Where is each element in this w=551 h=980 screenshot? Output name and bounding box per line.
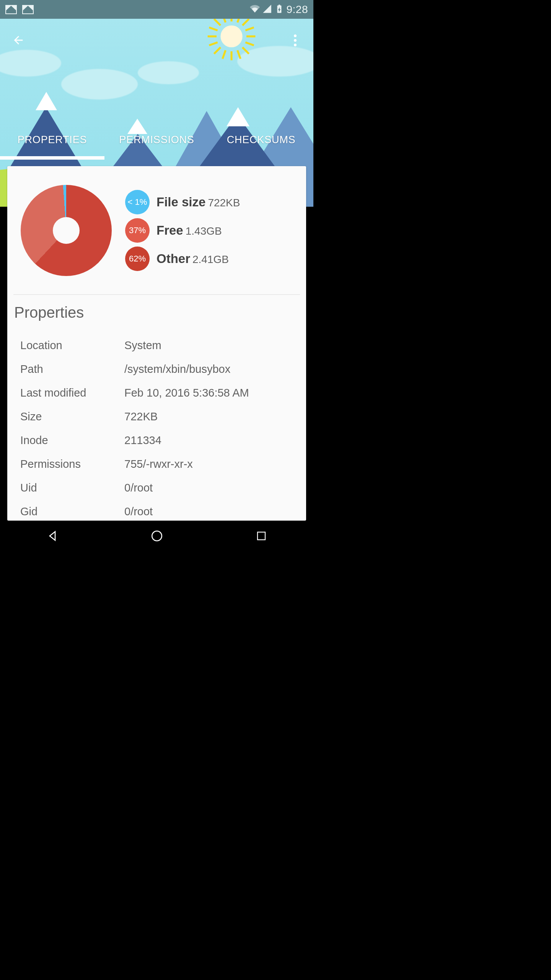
tab-bar: PROPERTIES PERMISSIONS CHECKSUMS: [0, 121, 313, 159]
status-clock: 9:28: [287, 3, 308, 16]
filesize-pct-badge: < 1%: [125, 190, 150, 214]
gmail-notification-icon: [5, 5, 17, 14]
filesize-value: 722KB: [208, 197, 240, 209]
divider: [13, 294, 300, 295]
nav-recents-button[interactable]: [250, 526, 273, 546]
prop-key: Gid: [20, 505, 124, 518]
status-bar: 9:28: [0, 0, 313, 19]
prop-key: Last modified: [20, 387, 124, 399]
prop-row-uid: Uid 0/root: [20, 476, 300, 500]
back-button[interactable]: [9, 31, 28, 49]
legend-free: 37% Free1.43GB: [125, 218, 240, 243]
prop-key: Size: [20, 410, 124, 423]
other-label: Other: [156, 252, 190, 266]
prop-row-last-modified: Last modified Feb 10, 2016 5:36:58 AM: [20, 381, 300, 405]
tab-properties[interactable]: PROPERTIES: [0, 121, 104, 159]
prop-val: Feb 10, 2016 5:36:58 AM: [124, 387, 249, 399]
prop-key: Uid: [20, 482, 124, 494]
svg-rect-18: [258, 532, 265, 540]
system-nav-bar: [0, 521, 313, 551]
wifi-icon: [250, 4, 260, 15]
prop-val: 0/root: [124, 482, 153, 494]
prop-key: Location: [20, 339, 124, 352]
more-vert-icon: [294, 34, 297, 46]
gmail-notification-icon: [22, 5, 34, 14]
prop-row-inode: Inode 211334: [20, 428, 300, 452]
app-bar: [0, 19, 313, 62]
prop-key: Path: [20, 363, 124, 376]
prop-row-size: Size 722KB: [20, 405, 300, 428]
filesize-label: File size: [156, 195, 205, 209]
free-label: Free: [156, 223, 183, 237]
prop-key: Permissions: [20, 458, 124, 470]
cellular-icon: [262, 4, 272, 15]
prop-key: Inode: [20, 434, 124, 447]
prop-val: 755/-rwxr-xr-x: [124, 458, 193, 470]
storage-summary: < 1% File size722KB 37% Free1.43GB 62% O…: [13, 178, 300, 283]
legend-other: 62% Other2.41GB: [125, 247, 240, 271]
arrow-back-icon: [12, 34, 25, 47]
nav-home-button[interactable]: [145, 526, 168, 546]
prop-val: 0/root: [124, 505, 153, 518]
prop-val: 722KB: [124, 410, 158, 423]
prop-val: 211334: [124, 434, 161, 447]
square-recents-icon: [256, 530, 267, 542]
circle-home-icon: [150, 529, 163, 542]
triangle-back-icon: [46, 529, 59, 542]
properties-table: Location System Path /system/xbin/busybo…: [13, 333, 300, 521]
svg-point-17: [152, 531, 162, 541]
storage-donut-chart: [21, 185, 112, 276]
prop-val: System: [124, 339, 161, 352]
other-value: 2.41GB: [192, 253, 229, 265]
free-pct-badge: 37%: [125, 218, 150, 243]
free-value: 1.43GB: [186, 225, 222, 237]
properties-card: < 1% File size722KB 37% Free1.43GB 62% O…: [7, 166, 306, 521]
prop-row-path: Path /system/xbin/busybox: [20, 357, 300, 381]
prop-row-gid: Gid 0/root: [20, 500, 300, 521]
other-pct-badge: 62%: [125, 247, 150, 271]
tab-permissions[interactable]: PERMISSIONS: [104, 121, 209, 159]
storage-legend: < 1% File size722KB 37% Free1.43GB 62% O…: [125, 190, 240, 271]
section-title-properties: Properties: [13, 304, 300, 321]
overflow-menu-button[interactable]: [286, 31, 304, 49]
tab-checksums[interactable]: CHECKSUMS: [209, 121, 313, 159]
prop-row-location: Location System: [20, 333, 300, 357]
battery-charging-icon: [274, 4, 284, 15]
prop-val: /system/xbin/busybox: [124, 363, 230, 376]
legend-filesize: < 1% File size722KB: [125, 190, 240, 214]
nav-back-button[interactable]: [41, 526, 64, 546]
prop-row-permissions: Permissions 755/-rwxr-xr-x: [20, 452, 300, 476]
